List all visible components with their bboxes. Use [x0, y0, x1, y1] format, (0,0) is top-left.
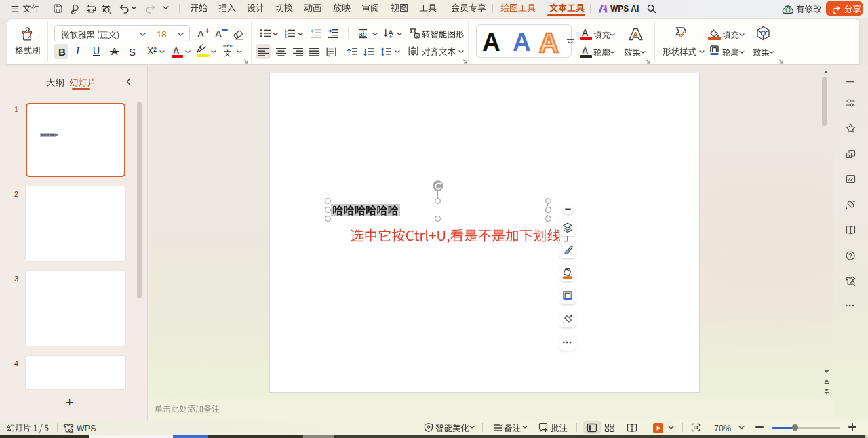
svg-text:3.: 3. [285, 35, 288, 39]
svg-text:ab: ab [359, 30, 367, 38]
